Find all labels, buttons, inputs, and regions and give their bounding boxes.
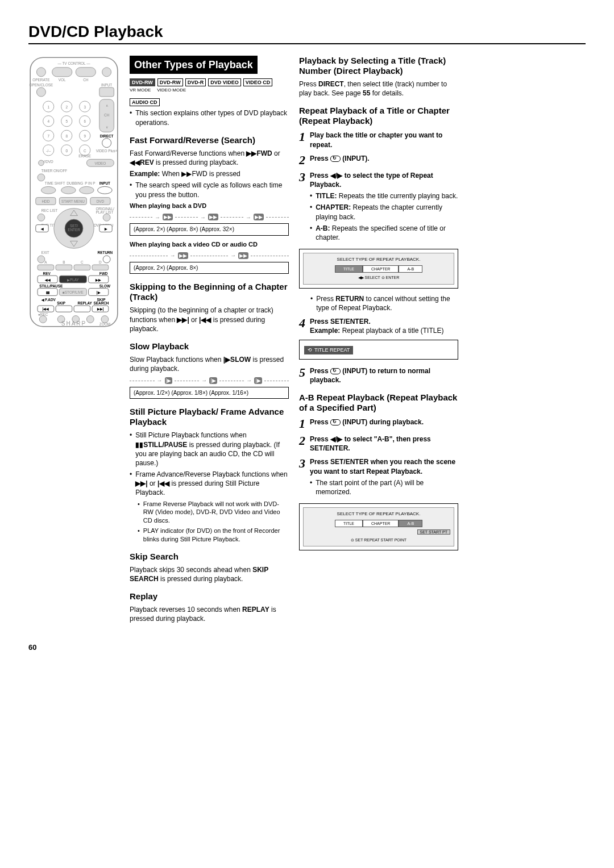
svg-point-69	[103, 214, 110, 221]
remote-control-figure: — TV CONTROL — OPERATE VOL CH OPEN/CLOSE…	[28, 56, 119, 626]
input-icon	[330, 156, 341, 162]
svg-text:|▶: |▶	[97, 290, 101, 295]
svg-text:C: C	[81, 260, 84, 264]
svg-text:REV: REV	[43, 272, 51, 276]
heading-skip: Skipping to the Beginning of a Chapter (…	[130, 282, 289, 302]
still-n2: PLAY indicator (for DVD) on the front of…	[138, 527, 289, 544]
svg-point-85	[103, 256, 110, 263]
skip-body: Skipping (to the beginning of a chapter …	[130, 306, 289, 333]
ffr-body: Fast Forward/Reverse functions when ▶▶FW…	[130, 149, 289, 167]
svg-point-56	[61, 186, 76, 194]
repeat-osd: SELECT TYPE OF REPEAT PLAYBACK. TITLE CH…	[299, 249, 458, 289]
svg-text:∨: ∨	[106, 125, 108, 129]
svg-text:REPLAY: REPLAY	[78, 301, 93, 305]
svg-text:EXIT: EXIT	[41, 251, 49, 254]
svg-rect-116	[56, 306, 72, 312]
input-icon	[330, 368, 341, 374]
ffr-cd-label: When playing back a video CD or audio CD	[130, 240, 289, 249]
ab-step-1: 1 Press (INPUT) during playback.	[299, 418, 458, 430]
svg-text:◀ F.ADV: ◀ F.ADV	[41, 298, 56, 302]
svg-text:TIMER ON/OFF: TIMER ON/OFF	[41, 169, 67, 173]
heading-direct: Playback by Selecting a Title (Track) Nu…	[299, 56, 458, 76]
svg-text:TIME SHIFT: TIME SHIFT	[45, 181, 65, 185]
ab-step-3: 3 Press SET/ENTER when you reach the sce…	[299, 457, 458, 499]
svg-point-55	[41, 186, 56, 194]
svg-rect-88	[74, 265, 90, 270]
disc-badges: DVD-RW DVD-RW DVD-R DVD VIDEO VIDEO CD	[130, 78, 289, 86]
osd-tab-ab: A-B	[399, 520, 422, 527]
repeat-return-bullet: Press RETURN to cancel without setting t…	[310, 294, 458, 312]
svg-text:∧: ∧	[106, 103, 108, 107]
svg-text:1: 1	[47, 105, 49, 109]
badge-dvdr: DVD-R	[185, 78, 206, 86]
ab-osd: SELECT TYPE OF REPEAT PLAYBACK. TITLE CH…	[299, 503, 458, 550]
svg-text:C: C	[84, 149, 86, 153]
still-b2: Frame Advance/Reverse Playback functions…	[130, 470, 289, 498]
svg-rect-89	[92, 265, 109, 270]
badge-audiocd: AUDIO CD	[130, 98, 160, 106]
svg-point-58	[98, 186, 113, 194]
svg-text:●REC: ●REC	[38, 312, 48, 316]
ffr-cycle-bullet: The search speed will cycle as follows e…	[130, 181, 289, 199]
heading-skipsearch: Skip Search	[130, 552, 289, 562]
svg-point-46	[39, 160, 44, 166]
svg-text:3: 3	[84, 105, 86, 109]
title-rule	[28, 43, 586, 44]
repeat-step-1: 1 Play back the title or chapter you wan…	[299, 131, 458, 149]
badge-videocd: VIDEO CD	[243, 78, 273, 86]
svg-text:7: 7	[47, 134, 49, 138]
ffr-cd-values: (Approx. 2×) (Approx. 8×)	[130, 262, 289, 274]
svg-text:OPERATE: OPERATE	[32, 78, 49, 82]
svg-text:ERASE: ERASE	[78, 154, 91, 158]
ffr-dvd-label: When playing back a DVD	[130, 202, 289, 210]
heading-replay: Replay	[130, 591, 289, 602]
svg-point-84	[38, 256, 45, 263]
svg-text:SKIP: SKIP	[57, 301, 66, 305]
svg-point-5	[102, 68, 111, 77]
badge-dvdvideo: DVD VIDEO	[208, 78, 241, 86]
slow-body: Slow Playback functions when |▶SLOW is p…	[130, 355, 289, 373]
svg-text:OPEN/CLOSE: OPEN/CLOSE	[30, 83, 53, 87]
input-icon	[330, 419, 341, 425]
ffr-example: Example: When ▶▶FWD is pressed	[130, 169, 289, 178]
svg-text:5: 5	[65, 119, 68, 123]
heading-repeat: Repeat Playback of a Title or Chapter (R…	[299, 106, 458, 126]
svg-text:-/--: -/--	[46, 149, 51, 153]
replay-body: Playback reverses 10 seconds when REPLAY…	[130, 605, 289, 623]
osd-tab-title: TITLE	[335, 520, 363, 527]
svg-text:◀: ◀	[40, 227, 44, 231]
svg-text:6: 6	[84, 119, 86, 123]
svg-text:SEARCH: SEARCH	[94, 301, 109, 305]
svg-text:HDD: HDD	[42, 199, 49, 203]
osd-tab-ab: A-B	[399, 265, 422, 273]
svg-text:FWD: FWD	[99, 272, 108, 276]
direct-body: Press DIRECT, then select title (track) …	[299, 80, 458, 98]
ffr-dvd-values: (Approx. 2×) (Approx. 8×) (Approx. 32×)	[130, 223, 289, 236]
repeat-osd-small: ⟲TITLE REPEAT	[299, 340, 458, 359]
svg-point-68	[38, 214, 45, 221]
svg-rect-4	[76, 68, 96, 77]
svg-text:VOL: VOL	[59, 78, 66, 82]
still-b1: Still Picture Playback functions when ▮▮…	[130, 431, 289, 468]
svg-rect-3	[52, 68, 72, 77]
svg-text:◀◀: ◀◀	[44, 278, 51, 282]
svg-text:PLAY LIST: PLAY LIST	[96, 210, 113, 214]
svg-text:— TV CONTROL —: — TV CONTROL —	[57, 61, 90, 65]
heading-ffr: Fast Forward/Reverse (Search)	[130, 135, 289, 145]
badge-dvdrw-video: DVD-RW	[157, 78, 183, 86]
svg-text:DUBBING: DUBBING	[67, 181, 83, 185]
page-number: 60	[28, 643, 586, 652]
repeat-step-5: 5 Press (INPUT) to return to normal play…	[299, 366, 458, 385]
svg-text:RETURN: RETURN	[98, 251, 113, 254]
svg-point-124	[86, 316, 94, 323]
svg-text:DIRECT: DIRECT	[100, 134, 114, 138]
svg-text:ZOOM: ZOOM	[99, 322, 110, 326]
svg-text:CH: CH	[104, 113, 110, 117]
svg-text:|◀◀: |◀◀	[43, 307, 49, 311]
still-n1: Frame Reverse Playback will not work wit…	[138, 500, 289, 525]
svg-text:8: 8	[65, 134, 68, 138]
svg-text:STILL/PAUSE: STILL/PAUSE	[39, 284, 63, 288]
ab-step-2: 2 Press ◀/▶ to select "A-B", then press …	[299, 435, 458, 453]
osd-tab-title: TITLE	[335, 265, 363, 273]
heading-ab: A-B Repeat Playback (Repeat Playback of …	[299, 393, 458, 413]
